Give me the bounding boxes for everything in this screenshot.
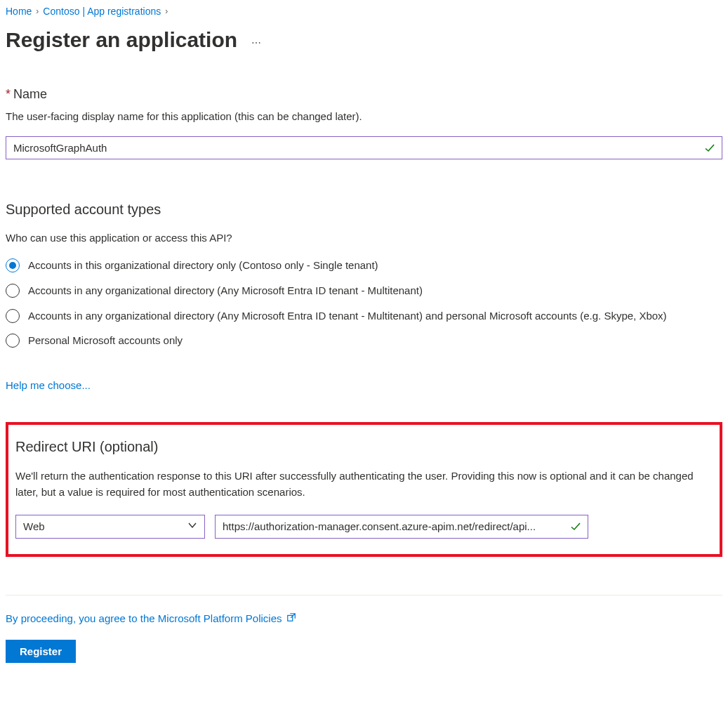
register-button[interactable]: Register bbox=[6, 640, 76, 663]
validation-check-icon bbox=[570, 521, 581, 532]
redirect-uri-heading: Redirect URI (optional) bbox=[15, 439, 713, 455]
radio-label: Accounts in any organizational directory… bbox=[28, 308, 667, 324]
required-asterisk: * bbox=[6, 87, 11, 101]
account-type-option-single-tenant[interactable]: Accounts in this organizational director… bbox=[6, 258, 722, 273]
validation-check-icon bbox=[704, 143, 715, 154]
radio-icon bbox=[6, 309, 20, 323]
radio-icon bbox=[6, 334, 20, 348]
account-type-option-personal-only[interactable]: Personal Microsoft accounts only bbox=[6, 333, 722, 348]
chevron-down-icon bbox=[187, 520, 197, 532]
radio-label: Accounts in any organizational directory… bbox=[28, 283, 423, 298]
breadcrumb: Home › Contoso | App registrations › bbox=[6, 6, 722, 17]
radio-label: Accounts in this organizational director… bbox=[28, 258, 378, 273]
page-title: Register an application bbox=[6, 28, 237, 52]
help-me-choose-link[interactable]: Help me choose... bbox=[6, 379, 91, 391]
radio-label: Personal Microsoft accounts only bbox=[28, 333, 183, 348]
app-name-input[interactable] bbox=[6, 136, 722, 159]
radio-icon bbox=[6, 258, 20, 272]
account-types-radio-group: Accounts in this organizational director… bbox=[6, 258, 722, 348]
account-types-question: Who can use this application or access t… bbox=[6, 232, 722, 244]
platform-policies-link[interactable]: By proceeding, you agree to the Microsof… bbox=[6, 612, 282, 624]
divider bbox=[6, 595, 722, 595]
account-types-heading: Supported account types bbox=[6, 202, 722, 218]
breadcrumb-home[interactable]: Home bbox=[6, 6, 32, 17]
chevron-right-icon: › bbox=[36, 6, 39, 16]
redirect-uri-description: We'll return the authentication response… bbox=[15, 468, 713, 501]
external-link-icon bbox=[286, 612, 296, 624]
name-help-text: The user-facing display name for this ap… bbox=[6, 110, 722, 122]
platform-select-value: Web bbox=[23, 520, 45, 532]
breadcrumb-tenant[interactable]: Contoso | App registrations bbox=[43, 6, 161, 17]
more-actions-icon[interactable]: ⋯ bbox=[251, 27, 263, 48]
redirect-uri-input[interactable] bbox=[215, 515, 588, 539]
name-label: *Name bbox=[6, 87, 722, 102]
account-type-option-multitenant-personal[interactable]: Accounts in any organizational directory… bbox=[6, 308, 722, 324]
account-type-option-multitenant[interactable]: Accounts in any organizational directory… bbox=[6, 283, 722, 298]
chevron-right-icon: › bbox=[165, 6, 168, 16]
redirect-uri-section: Redirect URI (optional) We'll return the… bbox=[6, 422, 722, 557]
platform-select[interactable]: Web bbox=[15, 515, 205, 539]
radio-icon bbox=[6, 284, 20, 298]
